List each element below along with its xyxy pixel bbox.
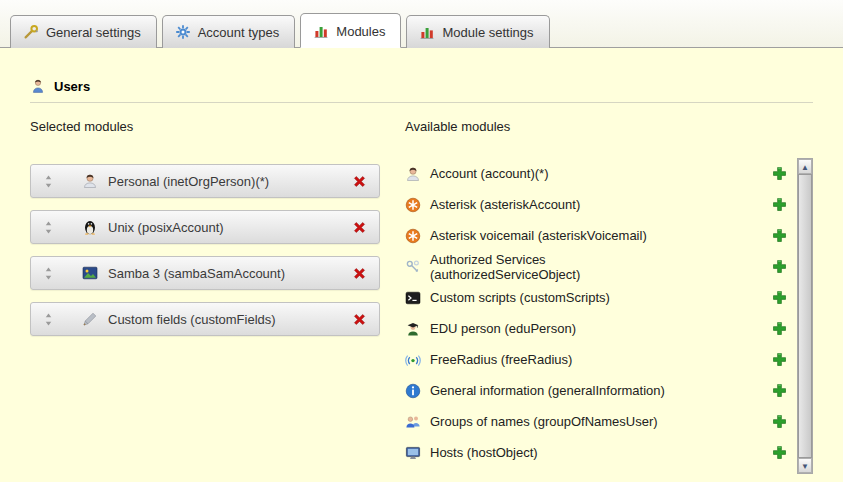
users-section-heading: Users <box>30 78 813 103</box>
available-module-row: Custom scripts (customScripts) <box>405 282 797 313</box>
available-modules-column: Available modules Account (account)(*) A… <box>405 119 813 474</box>
tab-module-settings[interactable]: Module settings <box>406 15 549 48</box>
selected-module-row[interactable]: Custom fields (customFields) <box>30 302 380 336</box>
tab-label: Module settings <box>442 25 533 40</box>
selected-module-label: Personal (inetOrgPerson)(*) <box>108 174 269 189</box>
modules-chart-icon <box>419 24 435 40</box>
selected-modules-list: Personal (inetOrgPerson)(*) Unix (posixA… <box>30 164 380 336</box>
available-module-row: FreeRadius (freeRadius) <box>405 344 797 375</box>
modules-config-page: General settings Account types Modules M… <box>0 0 843 482</box>
info-icon <box>405 383 421 399</box>
terminal-icon <box>405 290 421 306</box>
add-module-icon[interactable] <box>772 321 787 336</box>
samba-icon <box>82 265 98 281</box>
available-module-label: Groups of names (groupOfNamesUser) <box>430 414 658 429</box>
available-module-label: Account (account)(*) <box>430 166 549 181</box>
available-module-label: Hosts (hostObject) <box>430 445 538 460</box>
pencil-icon <box>82 311 98 327</box>
remove-module-icon[interactable] <box>352 266 367 281</box>
tab-label: Modules <box>336 24 385 39</box>
available-module-label: Custom scripts (customScripts) <box>430 290 610 305</box>
tab-label: General settings <box>46 25 141 40</box>
drag-handle-icon[interactable] <box>43 221 54 234</box>
selected-module-label: Custom fields (customFields) <box>108 312 276 327</box>
available-modules-scrollbar[interactable]: ▲ ▼ <box>797 158 813 474</box>
asterisk-icon <box>405 228 421 244</box>
selected-modules-column: Selected modules Personal (inetOrgPerson… <box>30 119 380 474</box>
available-module-row: General information (generalInformation) <box>405 375 797 406</box>
available-module-label: FreeRadius (freeRadius) <box>430 352 572 367</box>
selected-module-row[interactable]: Unix (posixAccount) <box>30 210 380 244</box>
tab-label: Account types <box>198 25 280 40</box>
selected-modules-heading: Selected modules <box>30 119 380 134</box>
add-module-icon[interactable] <box>772 414 787 429</box>
available-module-label: General information (generalInformation) <box>430 383 665 398</box>
asterisk-icon <box>405 197 421 213</box>
scroll-up-icon[interactable]: ▲ <box>798 159 812 174</box>
available-module-row: Groups of names (groupOfNamesUser) <box>405 406 797 437</box>
available-module-label: Authorized Services (authorizedServiceOb… <box>430 252 692 282</box>
add-module-icon[interactable] <box>772 166 787 181</box>
radius-icon <box>405 352 421 368</box>
person-icon <box>82 173 98 189</box>
drag-handle-icon[interactable] <box>43 175 54 188</box>
tux-icon <box>82 219 98 235</box>
add-module-icon[interactable] <box>772 259 787 274</box>
drag-handle-icon[interactable] <box>43 313 54 326</box>
available-module-label: Asterisk voicemail (asteriskVoicemail) <box>430 228 647 243</box>
edu-person-icon <box>405 321 421 337</box>
available-module-row: Asterisk (asteriskAccount) <box>405 189 797 220</box>
add-module-icon[interactable] <box>772 445 787 460</box>
remove-module-icon[interactable] <box>352 174 367 189</box>
scrollbar-thumb[interactable] <box>798 174 812 458</box>
person-icon <box>405 166 421 182</box>
available-module-row: Authorized Services (authorizedServiceOb… <box>405 251 797 282</box>
add-module-icon[interactable] <box>772 290 787 305</box>
available-module-row: Hosts (hostObject) <box>405 437 797 468</box>
available-module-row: Asterisk voicemail (asteriskVoicemail) <box>405 220 797 251</box>
add-module-icon[interactable] <box>772 352 787 367</box>
selected-module-label: Samba 3 (sambaSamAccount) <box>108 266 285 281</box>
group-icon <box>405 414 421 430</box>
tab-general-settings[interactable]: General settings <box>10 15 157 48</box>
section-title: Users <box>54 79 90 94</box>
available-modules-list: Account (account)(*) Asterisk (asteriskA… <box>405 158 797 474</box>
selected-module-label: Unix (posixAccount) <box>108 220 224 235</box>
available-modules-heading: Available modules <box>405 119 813 134</box>
gear-icon <box>175 24 191 40</box>
modules-chart-icon <box>313 23 329 39</box>
available-module-row: EDU person (eduPerson) <box>405 313 797 344</box>
add-module-icon[interactable] <box>772 197 787 212</box>
remove-module-icon[interactable] <box>352 220 367 235</box>
tab-account-types[interactable]: Account types <box>162 15 296 48</box>
remove-module-icon[interactable] <box>352 312 367 327</box>
available-module-row: Account (account)(*) <box>405 158 797 189</box>
tab-bar: General settings Account types Modules M… <box>0 0 843 48</box>
services-icon <box>405 259 421 275</box>
tab-modules[interactable]: Modules <box>300 13 401 48</box>
host-icon <box>405 445 421 461</box>
user-icon <box>30 78 46 94</box>
scroll-down-icon[interactable]: ▼ <box>798 458 812 473</box>
add-module-icon[interactable] <box>772 383 787 398</box>
selected-module-row[interactable]: Samba 3 (sambaSamAccount) <box>30 256 380 290</box>
selected-module-row[interactable]: Personal (inetOrgPerson)(*) <box>30 164 380 198</box>
add-module-icon[interactable] <box>772 228 787 243</box>
drag-handle-icon[interactable] <box>43 267 54 280</box>
available-module-label: Asterisk (asteriskAccount) <box>430 197 580 212</box>
wrench-icon <box>23 24 39 40</box>
available-module-label: EDU person (eduPerson) <box>430 321 576 336</box>
